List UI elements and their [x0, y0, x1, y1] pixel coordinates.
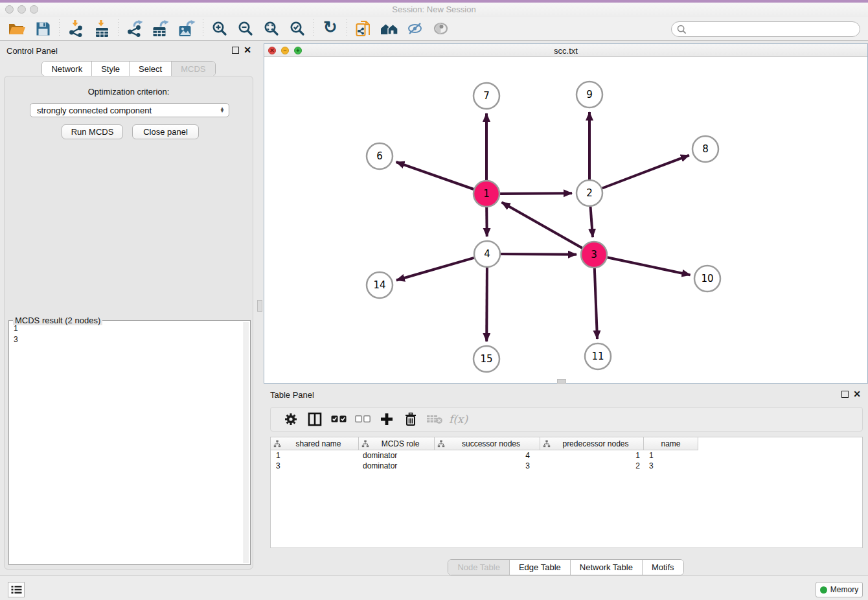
save-session-button[interactable]: [30, 18, 56, 39]
graph-node-9[interactable]: 9: [577, 82, 602, 108]
graph-node-6[interactable]: 6: [367, 143, 393, 169]
table-row[interactable]: 3 dominator 3 2 3: [271, 461, 862, 471]
mcds-panel-body: Optimization criterion: strongly connect…: [4, 76, 253, 570]
zoom-in-button[interactable]: [207, 18, 233, 39]
column-header-shared-name[interactable]: shared name: [271, 437, 359, 450]
float-table-panel-icon[interactable]: [841, 391, 849, 398]
tab-mcds[interactable]: MCDS: [172, 62, 214, 76]
graph-edge-3-10[interactable]: [608, 257, 691, 275]
zoom-selected-button[interactable]: [284, 18, 310, 39]
memory-label: Memory: [830, 585, 858, 594]
delete-column-button[interactable]: [398, 410, 422, 429]
network-graph[interactable]: 1 2 3 4 6 7 8 9 10 11 14 15: [264, 57, 867, 383]
mcds-result-scrollbar[interactable]: [244, 322, 249, 563]
open-session-button[interactable]: [4, 18, 30, 39]
run-mcds-button[interactable]: Run MCDS: [62, 124, 123, 139]
column-view-button[interactable]: [303, 410, 326, 429]
graph-edge-4-15[interactable]: [486, 268, 487, 341]
control-panel-tabs: Network Style Select MCDS: [0, 61, 257, 76]
tab-network-table[interactable]: Network Table: [571, 560, 643, 575]
control-panel-header: Control Panel ✕: [0, 41, 257, 59]
select-stepper-icon: ▲▼: [220, 108, 225, 113]
graph-edge-1-4[interactable]: [486, 207, 487, 237]
table-panel-tabs: Node Table Edge Table Network Table Moti…: [264, 559, 868, 575]
column-view-icon: [308, 412, 322, 426]
hide-panel-button[interactable]: [402, 18, 428, 39]
task-history-button[interactable]: [8, 582, 25, 597]
unselect-all-columns-button[interactable]: [350, 410, 374, 429]
eye-icon: [433, 21, 449, 36]
close-table-panel-icon[interactable]: ✕: [853, 389, 861, 398]
tab-select[interactable]: Select: [130, 62, 172, 76]
column-header-predecessor-nodes[interactable]: predecessor nodes: [540, 437, 644, 450]
tab-motifs[interactable]: Motifs: [643, 560, 683, 575]
network-view-window: ✕ − + scc.txt 1 2 3 4 6 7 8 9 10: [264, 43, 868, 384]
graph-node-14[interactable]: 14: [367, 272, 393, 298]
tab-node-table[interactable]: Node Table: [448, 560, 510, 575]
export-network-button[interactable]: [122, 18, 148, 39]
close-panel-icon[interactable]: ✕: [244, 45, 251, 54]
home-layout-button[interactable]: [376, 18, 402, 39]
refresh-view-button[interactable]: ↻: [317, 18, 343, 39]
graph-edge-1-2[interactable]: [500, 193, 572, 194]
graph-edge-4-14[interactable]: [396, 258, 474, 281]
close-panel-button[interactable]: Close panel: [132, 124, 199, 139]
select-all-columns-button[interactable]: [326, 410, 350, 429]
node-table[interactable]: shared name MCDS role: [270, 437, 863, 548]
show-panel-button[interactable]: [428, 18, 454, 39]
criterion-select[interactable]: strongly connected component ▲▼: [30, 103, 229, 117]
export-table-button[interactable]: [148, 18, 174, 39]
eye-slash-icon: [407, 21, 423, 36]
search-input[interactable]: [687, 25, 854, 34]
add-column-button[interactable]: [374, 410, 398, 429]
table-row[interactable]: 1 dominator 4 1 1: [271, 450, 862, 461]
column-header-name[interactable]: name: [644, 437, 698, 450]
graph-edge-1-6[interactable]: [396, 162, 474, 189]
graph-edge-3-11[interactable]: [595, 268, 597, 339]
import-table-button[interactable]: [89, 18, 115, 39]
graph-edge-3-1[interactable]: [502, 202, 582, 248]
memory-button[interactable]: Memory: [816, 582, 863, 597]
panel-splitter-handle[interactable]: [257, 300, 262, 312]
graph-node-2[interactable]: 2: [577, 180, 602, 206]
zoom-out-button[interactable]: [233, 18, 258, 39]
graph-node-15[interactable]: 15: [474, 346, 499, 372]
graph-edge-2-3[interactable]: [591, 207, 593, 237]
graph-node-10[interactable]: 10: [694, 266, 720, 292]
graph-node-4[interactable]: 4: [474, 241, 500, 267]
graph-node-8[interactable]: 8: [692, 136, 718, 162]
mcds-result-line: 3: [14, 334, 242, 345]
svg-text:9: 9: [586, 89, 593, 100]
graph-node-1[interactable]: 1: [474, 181, 499, 207]
graph-node-11[interactable]: 11: [585, 343, 611, 369]
svg-text:10: 10: [701, 273, 713, 284]
graph-node-3[interactable]: 3: [581, 242, 607, 268]
table-toolbar: f(x): [270, 407, 863, 432]
export-image-button[interactable]: [174, 18, 200, 39]
column-header-successor-nodes[interactable]: successor nodes: [435, 437, 540, 450]
delete-table-button[interactable]: [422, 410, 446, 429]
zoom-fit-button[interactable]: [258, 18, 284, 39]
tab-edge-table[interactable]: Edge Table: [510, 560, 571, 575]
column-header-mcds-role[interactable]: MCDS role: [359, 437, 435, 450]
mcds-result-text[interactable]: 1 3: [10, 323, 242, 563]
network-window-titlebar[interactable]: ✕ − + scc.txt: [264, 44, 867, 57]
graph-node-7[interactable]: 7: [474, 83, 499, 109]
bullet-list-icon: [11, 585, 22, 594]
float-panel-icon[interactable]: [232, 47, 239, 54]
clone-network-button[interactable]: [350, 18, 376, 39]
import-table-icon: [95, 20, 109, 38]
table-options-button[interactable]: [279, 410, 303, 429]
import-network-button[interactable]: [63, 18, 89, 39]
svg-text:1: 1: [483, 188, 490, 200]
search-box[interactable]: [671, 21, 860, 37]
graph-edge-4-3[interactable]: [501, 254, 577, 255]
function-builder-button[interactable]: f(x): [446, 410, 470, 429]
network-resize-handle[interactable]: [557, 379, 566, 384]
save-icon: [36, 21, 51, 36]
zoom-selected-icon: [290, 21, 305, 36]
tab-network[interactable]: Network: [42, 62, 92, 76]
application-window: Session: New Session: [0, 0, 868, 600]
graph-edge-2-8[interactable]: [602, 156, 689, 189]
tab-style[interactable]: Style: [92, 62, 130, 76]
